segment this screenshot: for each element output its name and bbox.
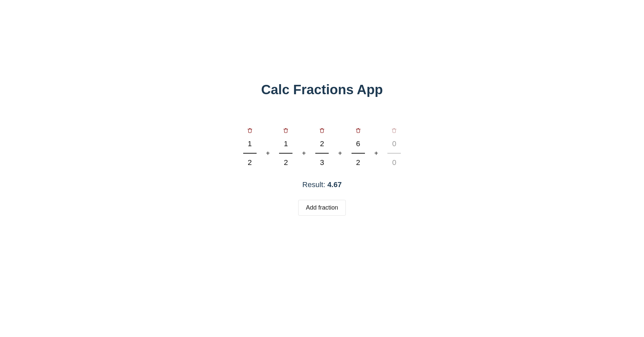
numerator-input[interactable] [387,139,401,148]
fraction-bar [315,153,329,154]
denominator-input[interactable] [279,158,292,167]
operator-plus: + [266,150,270,157]
fraction-bar [279,153,292,154]
denominator-input[interactable] [315,158,329,167]
result-label: Result: [302,180,327,189]
fractions-row: ++++ [243,127,401,167]
fraction-2 [315,127,329,167]
trash-icon [247,127,253,133]
result-value: 4.67 [327,180,342,189]
page-title: Calc Fractions App [261,82,383,97]
delete-fraction-button[interactable] [283,127,288,133]
operator-plus: + [374,150,378,157]
delete-fraction-button[interactable] [356,127,361,133]
operator-plus: + [302,150,306,157]
fraction-bar [352,153,365,154]
result-line: Result: 4.67 [302,180,341,189]
denominator-input[interactable] [352,158,365,167]
fraction-bar [243,153,257,154]
delete-fraction-button[interactable] [391,127,397,133]
numerator-input[interactable] [352,139,365,148]
trash-icon [356,127,361,133]
numerator-input[interactable] [243,139,257,148]
delete-fraction-button[interactable] [319,127,325,133]
fraction-4 [387,127,401,167]
operator-plus: + [338,150,342,157]
fraction-bar [387,153,401,154]
add-fraction-button[interactable]: Add fraction [298,200,346,216]
fraction-0 [243,127,257,167]
numerator-input[interactable] [315,139,329,148]
numerator-input[interactable] [279,139,292,148]
trash-icon [391,127,397,133]
fraction-1 [279,127,292,167]
trash-icon [283,127,288,133]
delete-fraction-button[interactable] [247,127,253,133]
denominator-input[interactable] [387,158,401,167]
fraction-3 [352,127,365,167]
trash-icon [319,127,325,133]
denominator-input[interactable] [243,158,257,167]
